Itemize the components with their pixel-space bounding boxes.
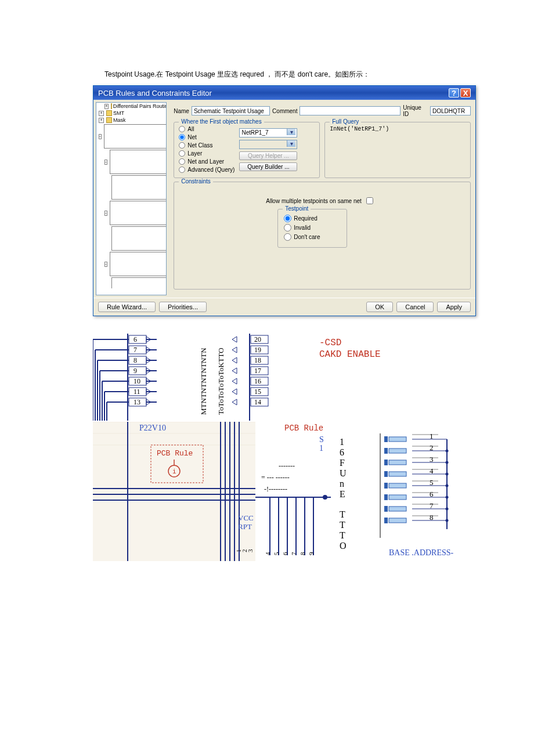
cancel-button[interactable]: Cancel (396, 302, 434, 312)
priorities-button[interactable]: Priorities... (159, 302, 207, 312)
page-icon (111, 277, 166, 288)
svg-text:9: 9 (308, 552, 315, 555)
fullquery-title: Full Query (330, 118, 361, 125)
netclass-combo (239, 140, 297, 149)
svg-text:17: 17 (254, 367, 261, 375)
name-label: Name (174, 108, 189, 114)
vertical-text-2: ToToToToToToKTTO (215, 334, 232, 422)
svg-text:F: F (340, 458, 345, 468)
match-advanced[interactable]: Advanced (Query) (179, 167, 234, 173)
tree-node[interactable]: +Mask (96, 117, 166, 124)
name-input[interactable] (192, 106, 270, 115)
svg-text:13: 13 (134, 398, 140, 406)
tp-invalid[interactable]: Invalid (284, 224, 341, 231)
mid-net-block: PCB Rule S 1 ------- = --- ------ -!----… (255, 422, 371, 561)
rule-wizard-button[interactable]: Rule Wizard... (98, 302, 156, 312)
testpoint-title: Testpoint (283, 205, 311, 212)
apply-button[interactable]: Apply (437, 302, 471, 312)
tree-node[interactable]: -Power Plane Clearance (96, 200, 166, 226)
svg-text:7: 7 (290, 552, 297, 555)
tree-label: Differential Pairs Routing (113, 103, 167, 109)
svg-rect-128 (384, 483, 388, 489)
uniqueid-input[interactable] (430, 106, 471, 115)
tree-node[interactable]: +SMT (96, 110, 166, 117)
svg-text:BASE .ADDRESS-: BASE .ADDRESS- (389, 548, 454, 557)
match-title: Where the First object matches (179, 118, 264, 125)
svg-text:RPT: RPT (238, 522, 252, 531)
rules-tree[interactable]: +Differential Pairs Routing+SMT+Mask-Pla… (96, 102, 167, 295)
net-combo[interactable]: NetRP1_7 (239, 128, 297, 138)
svg-text:PCB Rule: PCB Rule (284, 424, 323, 433)
tree-toggle-icon[interactable]: + (104, 104, 109, 109)
comment-input[interactable] (300, 106, 400, 115)
svg-rect-116 (384, 460, 388, 465)
csd-block: -CSD CAKD ENABLE (313, 334, 430, 422)
query-helper-button[interactable]: Query Helper ... (239, 151, 297, 160)
svg-text:ToToToToToToKTTO: ToToToToToToKTTO (217, 348, 225, 415)
match-net[interactable]: Net (179, 134, 234, 140)
svg-text:15: 15 (254, 388, 261, 396)
svg-text:18: 18 (254, 356, 261, 364)
constraints-fieldset: Constraints Allow multiple testpoints on… (174, 182, 471, 290)
svg-text:7: 7 (134, 346, 137, 354)
svg-text:T: T (340, 520, 345, 530)
tree-node[interactable]: -Power Plane Connect Style (96, 149, 166, 175)
svg-rect-17 (129, 346, 146, 354)
svg-text:O: O (340, 541, 347, 551)
svg-rect-121 (389, 472, 406, 476)
svg-text:P22V10: P22V10 (139, 424, 166, 432)
page-icon (110, 201, 167, 225)
tree-toggle-icon[interactable]: - (104, 262, 107, 267)
comment-label: Comment (272, 108, 297, 114)
tree-node[interactable]: PlaneConnect (96, 175, 166, 200)
svg-rect-15 (129, 335, 146, 343)
tree-node[interactable]: PolygonConnect (96, 277, 166, 288)
svg-rect-139 (389, 507, 406, 511)
svg-text:8: 8 (299, 552, 306, 555)
ok-button[interactable]: OK (366, 302, 393, 312)
svg-rect-127 (389, 483, 406, 488)
tree-toggle-icon[interactable]: - (99, 134, 102, 139)
schematic-area: 6789101113 MTNTNTNTNTNTN ToToToToToToKTT… (93, 334, 441, 422)
page-icon (111, 175, 166, 200)
query-builder-button[interactable]: Query Builder ... (239, 162, 297, 171)
svg-text:VCC: VCC (238, 513, 254, 522)
tree-toggle-icon[interactable]: - (104, 211, 107, 216)
svg-text:10: 10 (134, 377, 140, 385)
svg-text:= --- ------: = --- ------ (261, 473, 290, 482)
svg-text:T: T (340, 530, 345, 540)
rule-icon (111, 103, 112, 109)
svg-rect-146 (384, 518, 388, 523)
allow-multiple-checkbox[interactable] (366, 197, 373, 204)
svg-rect-145 (389, 518, 406, 523)
svg-text:6: 6 (430, 490, 434, 498)
tree-toggle-icon[interactable]: + (99, 118, 104, 123)
svg-text:6: 6 (282, 552, 288, 555)
svg-text:-!--------: -!-------- (264, 485, 287, 493)
svg-text:19: 19 (254, 346, 261, 354)
match-layer[interactable]: Layer (179, 150, 234, 157)
match-netlayer[interactable]: Net and Layer (179, 158, 234, 165)
tree-node[interactable]: -Polygon Connect Style (96, 251, 166, 277)
constraints-title: Constraints (179, 178, 213, 185)
page-icon (110, 150, 167, 174)
tp-dontcare[interactable]: Don't care (284, 233, 341, 241)
tree-node[interactable]: PlaneClearance (96, 226, 166, 251)
match-all[interactable]: All (179, 126, 234, 132)
svg-text:PCB Rule: PCB Rule (157, 449, 193, 458)
tree-toggle-icon[interactable]: + (99, 111, 104, 116)
tp-required[interactable]: Required (284, 215, 341, 222)
help-button[interactable]: ? (449, 88, 459, 97)
close-button[interactable]: X (460, 88, 471, 97)
svg-text:MTNTNTNTNTNTN: MTNTNTNTNTNTN (199, 348, 208, 415)
tree-node[interactable]: +Differential Pairs Routing (96, 103, 166, 110)
tree-node[interactable]: -Plane (96, 124, 166, 149)
tree-toggle-icon[interactable]: - (104, 160, 107, 165)
match-netclass[interactable]: Net Class (179, 142, 234, 149)
match-fieldset: Where the First object matches All Net N… (174, 122, 320, 178)
svg-point-80 (323, 495, 327, 499)
intro-text: Testpoint Usage.在 Testpoint Usage 里应选 re… (104, 70, 441, 79)
vertical-text-1: MTNTNTNTNTNTN (197, 334, 215, 422)
svg-rect-49 (93, 422, 255, 561)
svg-rect-110 (384, 448, 388, 454)
